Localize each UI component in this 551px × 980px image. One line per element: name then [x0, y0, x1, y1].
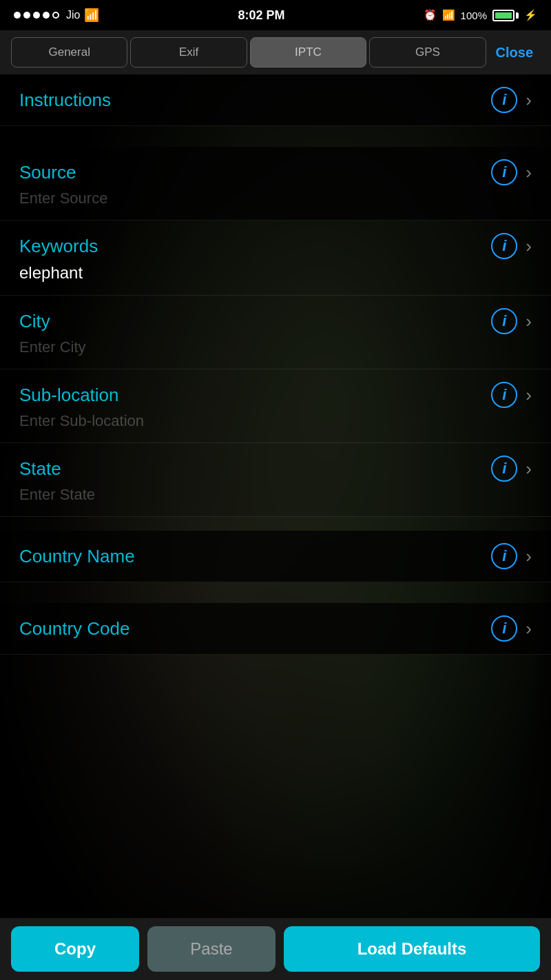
sublocation-info-button[interactable]: i [491, 382, 517, 408]
signal-icon [14, 12, 59, 19]
field-city: City i › Enter City [0, 296, 551, 369]
keywords-info-button[interactable]: i [491, 233, 517, 259]
countrycode-info-button[interactable]: i [491, 615, 517, 642]
instructions-chevron-icon[interactable]: › [526, 90, 532, 111]
close-button[interactable]: Close [489, 45, 540, 61]
field-countryname: Country Name i › [0, 531, 551, 582]
source-label: Source [19, 162, 76, 183]
sublocation-actions: i › [491, 382, 532, 408]
wifi-icon: 📶 [84, 8, 99, 23]
keywords-chevron-icon[interactable]: › [526, 236, 532, 257]
field-keywords: Keywords i › elephant [0, 221, 551, 296]
source-placeholder[interactable]: Enter Source [19, 190, 532, 207]
source-actions: i › [491, 159, 532, 185]
clock: 8:02 PM [238, 8, 285, 23]
battery-percent: 100% [461, 10, 487, 21]
status-left: Jio 📶 [14, 8, 99, 23]
instructions-actions: i › [491, 87, 532, 113]
charging-icon: ⚡ [524, 9, 537, 21]
tab-general[interactable]: General [11, 37, 127, 68]
instructions-info-button[interactable]: i [491, 87, 517, 113]
state-label: State [19, 458, 61, 480]
carrier-label: Jio [66, 9, 80, 21]
tab-exif[interactable]: Exif [130, 37, 247, 68]
countryname-chevron-icon[interactable]: › [526, 546, 532, 567]
load-defaults-button[interactable]: Load Defaults [284, 926, 540, 972]
sublocation-placeholder[interactable]: Enter Sub-location [19, 412, 532, 430]
city-chevron-icon[interactable]: › [526, 311, 532, 332]
battery-icon [492, 10, 519, 21]
bottom-bar: Copy Paste Load Defaults [0, 918, 551, 980]
tab-bar: General Exif IPTC GPS Close [0, 30, 551, 74]
paste-button[interactable]: Paste [147, 926, 276, 972]
city-actions: i › [491, 308, 532, 334]
state-actions: i › [491, 456, 532, 482]
countryname-label: Country Name [19, 546, 135, 567]
bluetooth-icon: 📶 [442, 9, 455, 21]
status-right: ⏰ 📶 100% ⚡ [424, 9, 537, 21]
sublocation-label: Sub-location [19, 385, 119, 406]
state-chevron-icon[interactable]: › [526, 458, 532, 480]
keywords-value[interactable]: elephant [19, 263, 532, 283]
city-placeholder[interactable]: Enter City [19, 338, 532, 356]
state-placeholder[interactable]: Enter State [19, 486, 532, 504]
countrycode-chevron-icon[interactable]: › [526, 618, 532, 640]
city-label: City [19, 311, 50, 332]
status-bar: Jio 📶 8:02 PM ⏰ 📶 100% ⚡ [0, 0, 551, 30]
countryname-info-button[interactable]: i [491, 543, 517, 569]
instructions-label: Instructions [19, 90, 111, 111]
copy-button[interactable]: Copy [11, 926, 139, 972]
field-state: State i › Enter State [0, 443, 551, 517]
field-source: Source i › Enter Source [0, 147, 551, 221]
tab-gps[interactable]: GPS [369, 37, 486, 68]
countryname-actions: i › [491, 543, 532, 569]
tab-iptc[interactable]: IPTC [250, 37, 366, 68]
state-info-button[interactable]: i [491, 456, 517, 482]
field-sublocation: Sub-location i › Enter Sub-location [0, 369, 551, 443]
sublocation-chevron-icon[interactable]: › [526, 385, 532, 406]
field-countrycode: Country Code i › [0, 603, 551, 655]
keywords-actions: i › [491, 233, 532, 259]
city-info-button[interactable]: i [491, 308, 517, 334]
field-instructions: Instructions i › [0, 74, 551, 126]
source-chevron-icon[interactable]: › [526, 162, 532, 183]
countrycode-label: Country Code [19, 618, 129, 640]
alarm-icon: ⏰ [424, 9, 437, 21]
countrycode-actions: i › [491, 615, 532, 642]
content-area: Instructions i › Source i › Enter Source… [0, 74, 551, 918]
keywords-label: Keywords [19, 236, 98, 257]
source-info-button[interactable]: i [491, 159, 517, 185]
